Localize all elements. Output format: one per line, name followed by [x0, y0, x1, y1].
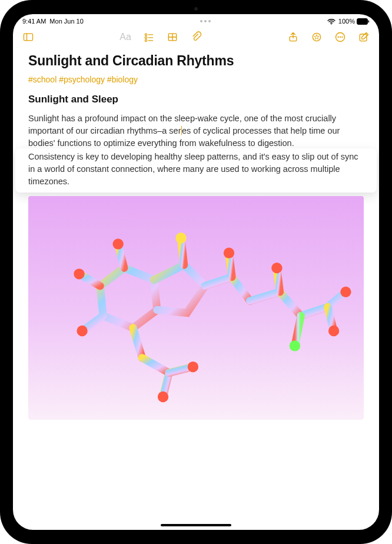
status-bar: 9:41 AM Mon Jun 10 100% [13, 14, 379, 28]
home-indicator[interactable] [161, 524, 231, 526]
compose-button[interactable] [357, 30, 371, 44]
svg-point-49 [158, 392, 168, 402]
sidebar-toggle-button[interactable] [21, 30, 35, 44]
note-image-molecule[interactable] [28, 196, 364, 420]
note-title[interactable]: Sunlight and Circadian Rhythms [28, 53, 364, 69]
body-para-overlay[interactable]: Consistency is key to developing healthy… [28, 152, 358, 186]
svg-point-40 [74, 268, 84, 279]
svg-line-37 [142, 358, 169, 373]
ipad-device-frame: 9:41 AM Mon Jun 10 100% [0, 0, 392, 544]
wifi-icon [327, 18, 335, 25]
svg-rect-2 [368, 20, 370, 22]
svg-point-15 [313, 33, 320, 41]
svg-line-36 [133, 328, 142, 358]
svg-point-41 [113, 238, 124, 249]
table-button[interactable] [165, 30, 180, 44]
svg-point-19 [342, 37, 343, 38]
body-floating-continuation[interactable]: Consistency is key to developing healthy… [15, 148, 377, 193]
note-tags[interactable]: #school #psychology #biology [28, 75, 364, 84]
markup-button[interactable] [310, 30, 324, 44]
format-text-button[interactable]: Aa [118, 30, 132, 44]
battery-percent: 100% [338, 18, 355, 25]
svg-point-7 [145, 37, 147, 38]
svg-point-0 [331, 23, 332, 24]
status-date: Mon Jun 10 [49, 18, 83, 25]
svg-line-26 [205, 277, 232, 286]
svg-line-29 [280, 292, 301, 316]
svg-point-43 [175, 233, 186, 243]
status-time: 9:41 AM [22, 18, 46, 25]
checklist-button[interactable] [142, 30, 156, 44]
multitask-dots[interactable] [84, 20, 327, 22]
more-button[interactable] [333, 30, 347, 44]
molecule-illustration [28, 196, 364, 420]
note-subtitle[interactable]: Sunlight and Sleep [28, 94, 364, 105]
svg-point-17 [338, 37, 338, 38]
svg-point-45 [271, 263, 282, 273]
front-camera [194, 7, 198, 11]
svg-point-9 [145, 39, 147, 41]
battery-indicator: 100% [338, 18, 370, 25]
svg-line-27 [232, 277, 250, 301]
svg-point-44 [224, 248, 234, 258]
note-body[interactable]: Sunlight has a profound impact on the sl… [28, 112, 364, 193]
svg-point-18 [340, 37, 341, 38]
svg-marker-21 [100, 268, 157, 328]
notes-toolbar: Aa [13, 28, 379, 46]
svg-point-46 [340, 287, 351, 297]
svg-point-48 [290, 340, 300, 351]
svg-rect-1 [357, 18, 368, 24]
svg-point-42 [77, 326, 87, 336]
note-content[interactable]: Sunlight and Circadian Rhythms #school #… [13, 46, 379, 530]
screen: 9:41 AM Mon Jun 10 100% [13, 14, 379, 530]
svg-point-5 [145, 34, 147, 35]
svg-rect-3 [24, 34, 33, 41]
share-button[interactable] [286, 30, 300, 44]
svg-line-28 [250, 292, 280, 301]
svg-point-47 [328, 326, 339, 336]
attach-button[interactable] [189, 30, 203, 44]
svg-line-30 [301, 307, 328, 316]
svg-point-50 [188, 361, 198, 372]
